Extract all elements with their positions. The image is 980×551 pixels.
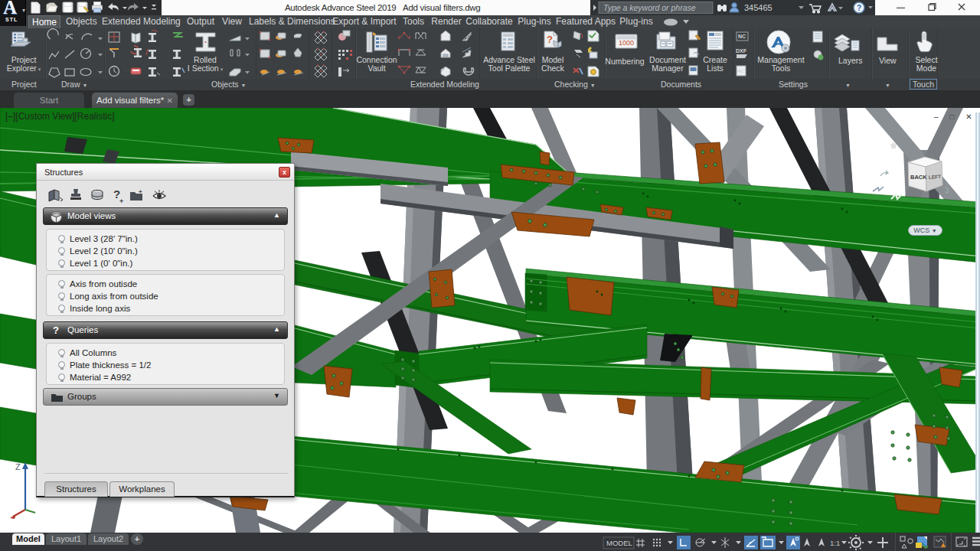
svg-text:NC: NC [738,34,746,39]
svg-text:Z: Z [15,462,21,471]
svg-text:345465: 345465 [744,3,773,12]
svg-text:LEFT: LEFT [929,174,942,180]
svg-text:NC: NC [737,69,744,73]
svg-text:View: View [879,56,897,65]
svg-text:+: + [139,188,142,195]
svg-text:1:1: 1:1 [830,539,840,547]
svg-text:MODEL: MODEL [606,539,632,547]
svg-text:1000: 1000 [619,39,634,47]
svg-text:Type a keyword or phrase: Type a keyword or phrase [603,3,696,12]
svg-text:DXF: DXF [736,48,747,54]
svg-text:+: + [119,197,123,205]
svg-text:Layers: Layers [838,56,863,65]
svg-text:BACK: BACK [910,174,927,181]
svg-text:?: ? [547,34,553,45]
svg-text:?: ? [857,4,861,12]
